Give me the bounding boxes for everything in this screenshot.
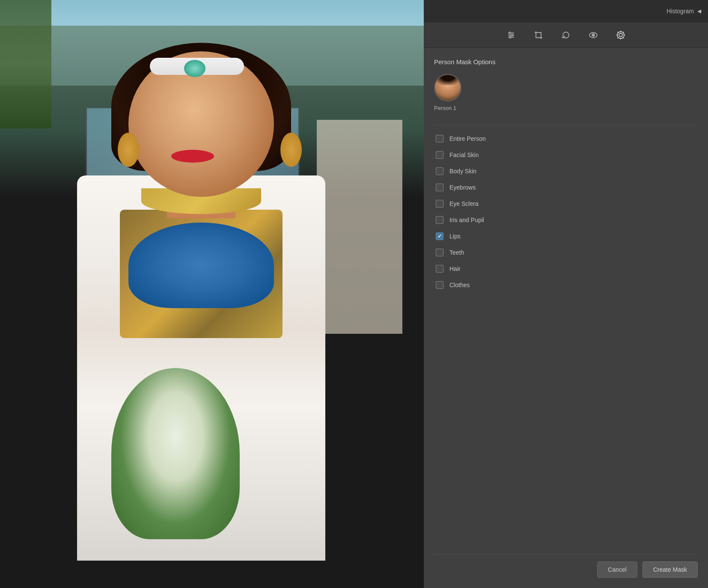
svg-point-3 <box>509 32 511 34</box>
checkbox-facial-skin-box[interactable] <box>436 151 443 159</box>
person-costume-blue <box>128 223 274 308</box>
checkbox-clothes-label: Clothes <box>449 282 470 288</box>
person-label: Person 1 <box>434 105 456 111</box>
person-figure <box>34 34 385 588</box>
checkbox-iris-pupil[interactable]: Iris and Pupil <box>434 212 698 228</box>
create-mask-button[interactable]: Create Mask <box>643 561 698 578</box>
svg-line-21 <box>618 37 619 38</box>
ai-mask-icon[interactable] <box>613 27 628 43</box>
checkbox-eyebrows[interactable]: Eyebrows <box>434 179 698 196</box>
crop-icon[interactable] <box>531 27 546 43</box>
svg-line-20 <box>623 32 624 33</box>
checkbox-hair-label: Hair <box>449 265 461 272</box>
top-bar: Histogram ◀ <box>424 0 708 22</box>
person-earring-left <box>118 133 139 167</box>
divider-top <box>434 125 698 125</box>
svg-point-4 <box>512 34 513 36</box>
checkbox-lips[interactable]: ✓ Lips <box>434 228 698 244</box>
checkbox-lips-label: Lips <box>449 233 461 240</box>
footer-buttons: Cancel Create Mask <box>434 561 698 581</box>
checkbox-hair[interactable]: Hair <box>434 261 698 277</box>
checkbox-facial-skin-label: Facial Skin <box>449 151 479 158</box>
sliders-icon[interactable] <box>503 27 519 43</box>
checkbox-teeth[interactable]: Teeth <box>434 244 698 261</box>
checkbox-body-skin-label: Body Skin <box>449 168 476 175</box>
histogram-label: Histogram <box>666 8 694 15</box>
svg-line-18 <box>618 32 619 33</box>
avatar-hair <box>435 75 461 85</box>
svg-point-11 <box>593 34 594 35</box>
checkmark-lips: ✓ <box>437 234 442 239</box>
person-gem <box>184 60 205 77</box>
checkbox-iris-pupil-box[interactable] <box>436 216 443 224</box>
checkbox-eye-sclera-box[interactable] <box>436 200 443 208</box>
right-panel: Histogram ◀ <box>424 0 708 588</box>
checkbox-lips-box[interactable]: ✓ <box>436 232 443 240</box>
person-bouquet <box>111 368 240 539</box>
person-lips <box>171 150 214 163</box>
checkbox-entire-person-box[interactable] <box>436 135 443 143</box>
person-avatar[interactable] <box>434 74 461 101</box>
heal-icon[interactable] <box>558 27 574 43</box>
checkbox-eyebrows-label: Eyebrows <box>449 184 476 191</box>
checkbox-teeth-label: Teeth <box>449 249 464 256</box>
checkbox-eyebrows-box[interactable] <box>436 184 443 191</box>
panel-title: Person Mask Options <box>434 58 698 65</box>
svg-point-5 <box>509 36 511 38</box>
person-section: Person 1 <box>434 74 698 111</box>
checkbox-facial-skin[interactable]: Facial Skin <box>434 147 698 163</box>
checkbox-iris-pupil-label: Iris and Pupil <box>449 217 484 223</box>
checkbox-entire-person-label: Entire Person <box>449 135 486 142</box>
checkbox-body-skin-box[interactable] <box>436 167 443 175</box>
person-earring-right <box>280 133 302 167</box>
mask-eye-icon[interactable] <box>586 27 601 43</box>
checkbox-entire-person[interactable]: Entire Person <box>434 131 698 147</box>
svg-point-13 <box>619 33 622 37</box>
photo-area <box>0 0 424 588</box>
checkbox-body-skin[interactable]: Body Skin <box>434 163 698 179</box>
collapse-icon[interactable]: ◀ <box>697 8 701 14</box>
svg-line-19 <box>623 37 624 38</box>
checkbox-hair-box[interactable] <box>436 265 443 273</box>
checkbox-clothes-box[interactable] <box>436 281 443 289</box>
checkbox-teeth-box[interactable] <box>436 249 443 256</box>
toolbar <box>424 22 708 48</box>
checkbox-list: Entire Person Facial Skin Body Skin Eyeb… <box>434 131 698 554</box>
checkbox-eye-sclera-label: Eye Sclera <box>449 200 479 207</box>
checkbox-clothes[interactable]: Clothes <box>434 277 698 293</box>
cancel-button[interactable]: Cancel <box>597 561 637 578</box>
checkbox-eye-sclera[interactable]: Eye Sclera <box>434 196 698 212</box>
divider-bottom <box>434 554 698 555</box>
svg-line-8 <box>562 37 563 38</box>
mask-panel: Person Mask Options Person 1 Entire Pers… <box>424 48 708 588</box>
